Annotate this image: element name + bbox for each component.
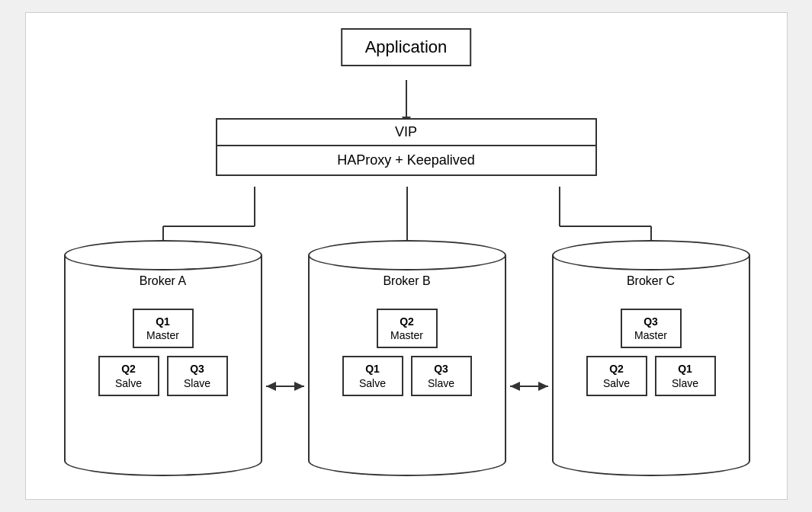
broker-c-q1-slave: Q1 Slave <box>655 356 716 395</box>
diagram: Application VIP HAProxy + Keepalived <box>25 12 788 500</box>
broker-c-label: Broker C <box>552 274 750 288</box>
svg-marker-15 <box>510 382 520 391</box>
broker-a-row2: Q2 Salve Q3 Slave <box>75 356 251 395</box>
svg-marker-14 <box>538 382 548 391</box>
broker-b-q1-slave: Q1 Salve <box>342 356 403 395</box>
application-label: Application <box>365 37 448 56</box>
broker-b-row2: Q1 Salve Q3 Slave <box>319 356 495 395</box>
svg-marker-11 <box>294 382 304 391</box>
broker-a-q1-master: Q1 Master <box>133 309 194 348</box>
broker-c-q3-master: Q3 Master <box>621 309 682 348</box>
broker-a-top <box>64 240 262 270</box>
broker-c-queues: Q3 Master Q2 Salve Q1 Slave <box>563 309 739 453</box>
broker-a-q3-slave: Q3 Slave <box>167 356 228 395</box>
broker-b-label: Broker B <box>308 274 506 288</box>
broker-c-row2: Q2 Salve Q1 Slave <box>563 356 739 395</box>
vip-label: VIP <box>217 120 595 146</box>
svg-marker-12 <box>266 382 276 391</box>
broker-b-q3-slave: Q3 Slave <box>411 356 472 395</box>
broker-c-q2-slave: Q2 Salve <box>586 356 647 395</box>
vip-box: VIP HAProxy + Keepalived <box>216 118 597 176</box>
broker-c-cylinder: Broker C Q3 Master Q2 Salve Q1 Slave <box>552 240 750 476</box>
application-box: Application <box>341 28 472 66</box>
broker-c-top <box>552 240 750 270</box>
broker-b-top <box>308 240 506 270</box>
broker-b: Broker B Q2 Master Q1 Salve Q3 Slave <box>308 240 506 476</box>
broker-a-queues: Q1 Master Q2 Salve Q3 Slave <box>75 309 251 453</box>
broker-b-cylinder: Broker B Q2 Master Q1 Salve Q3 Slave <box>308 240 506 476</box>
broker-b-row1: Q2 Master <box>319 309 495 348</box>
broker-a-row1: Q1 Master <box>75 309 251 348</box>
broker-a-q2-slave: Q2 Salve <box>98 356 159 395</box>
broker-a-label: Broker A <box>64 274 262 288</box>
arrow-app-to-vip <box>406 80 407 118</box>
broker-c: Broker C Q3 Master Q2 Salve Q1 Slave <box>552 240 750 476</box>
broker-b-q2-master: Q2 Master <box>377 309 438 348</box>
broker-a-cylinder: Broker A Q1 Master Q2 Salve Q3 Slave <box>64 240 262 476</box>
broker-b-queues: Q2 Master Q1 Salve Q3 Slave <box>319 309 495 453</box>
haproxy-label: HAProxy + Keepalived <box>217 146 595 174</box>
broker-c-row1: Q3 Master <box>563 309 739 348</box>
broker-a: Broker A Q1 Master Q2 Salve Q3 Slave <box>64 240 262 476</box>
